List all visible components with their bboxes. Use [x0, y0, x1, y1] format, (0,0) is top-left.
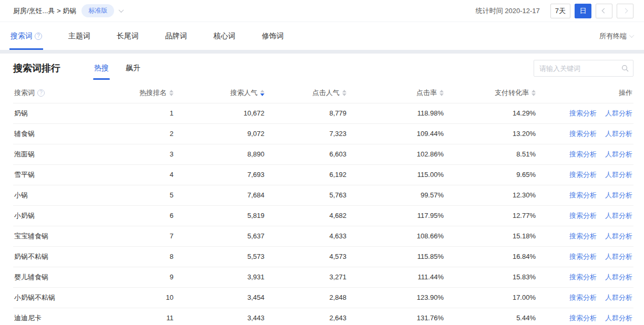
tab-label: 品牌词 [165, 32, 187, 41]
search-analysis-link[interactable]: 搜索分析 [569, 109, 597, 117]
search-analysis-link[interactable]: 搜索分析 [569, 150, 597, 158]
help-icon[interactable] [37, 89, 45, 97]
cell-rank: 7 [122, 226, 175, 246]
sort-icon-active[interactable] [260, 90, 264, 96]
help-icon[interactable] [35, 33, 42, 40]
audience-analysis-link[interactable]: 人群分析 [605, 314, 632, 322]
cell-pay-conversion: 5.44% [445, 308, 537, 325]
range-7d-button[interactable]: 7天 [550, 4, 570, 18]
audience-analysis-link[interactable]: 人群分析 [605, 232, 632, 240]
cell-keyword: 泡面锅 [13, 144, 122, 164]
section-divider [0, 50, 644, 54]
keyword-search-input[interactable] [534, 60, 633, 77]
sort-icon[interactable] [439, 90, 444, 96]
col-header-actions: 操作 [537, 83, 633, 103]
search-analysis-link[interactable]: 搜索分析 [569, 293, 597, 301]
audience-analysis-link[interactable]: 人群分析 [605, 130, 632, 138]
cell-search-popularity: 3,454 [175, 287, 265, 308]
col-header-label: 搜索词 [14, 88, 35, 98]
cell-search-popularity: 7,693 [175, 164, 265, 185]
edition-badge: 标准版 [81, 4, 114, 17]
cell-click-popularity: 2,848 [265, 287, 347, 308]
chevron-down-icon[interactable] [119, 7, 124, 13]
cell-click-rate: 115.00% [347, 164, 445, 185]
next-date-button[interactable] [617, 4, 633, 18]
category-breadcrumb[interactable]: 厨房/烹饪...具 > 奶锅 标准版 [13, 4, 123, 17]
sort-icon[interactable] [342, 90, 346, 96]
cell-click-popularity: 3,271 [265, 267, 347, 287]
subtab-rising[interactable]: 飙升 [125, 60, 141, 76]
col-header-label: 操作 [619, 89, 632, 97]
tab-label: 主题词 [68, 32, 90, 41]
sort-icon[interactable] [531, 90, 536, 96]
audience-analysis-link[interactable]: 人群分析 [605, 273, 632, 281]
col-header-label: 点击率 [416, 88, 437, 98]
col-header-label: 热搜排名 [139, 88, 167, 98]
table-row: 小锅57,6845,76399.57%12.30%搜索分析人群分析 [13, 185, 633, 205]
cell-click-rate: 123.90% [347, 287, 445, 308]
prev-date-button[interactable] [596, 4, 612, 18]
audience-analysis-link[interactable]: 人群分析 [605, 150, 632, 158]
search-analysis-link[interactable]: 搜索分析 [569, 273, 597, 281]
cell-click-rate: 109.44% [347, 123, 445, 144]
search-analysis-link[interactable]: 搜索分析 [569, 232, 597, 240]
audience-analysis-link[interactable]: 人群分析 [605, 109, 632, 117]
cell-pay-conversion: 15.83% [445, 267, 537, 287]
audience-analysis-link[interactable]: 人群分析 [605, 212, 632, 219]
cell-rank: 1 [122, 103, 175, 123]
col-header-click-rate[interactable]: 点击率 [347, 83, 445, 103]
sort-icon[interactable] [169, 90, 173, 96]
search-analysis-link[interactable]: 搜索分析 [569, 314, 597, 322]
col-header-search-popularity[interactable]: 搜索人气 [175, 83, 265, 103]
search-analysis-link[interactable]: 搜索分析 [569, 171, 597, 179]
tab-longtail-words[interactable]: 长尾词 [116, 22, 140, 50]
cell-keyword: 辅食锅 [13, 123, 122, 144]
page-title: 搜索词排行 [13, 62, 60, 75]
table-row: 迪迪尼卡113,4432,643131.76%5.44%搜索分析人群分析 [13, 308, 633, 325]
cell-pay-conversion: 8.51% [445, 144, 537, 164]
search-analysis-link[interactable]: 搜索分析 [569, 191, 597, 199]
search-analysis-link[interactable]: 搜索分析 [569, 130, 597, 138]
tab-core-words[interactable]: 核心词 [212, 22, 237, 50]
cell-click-popularity: 6,192 [265, 164, 347, 185]
tab-brand-words[interactable]: 品牌词 [164, 22, 188, 50]
cell-actions: 搜索分析人群分析 [537, 287, 633, 308]
search-analysis-link[interactable]: 搜索分析 [569, 212, 597, 219]
cell-actions: 搜索分析人群分析 [537, 103, 633, 123]
col-header-rank[interactable]: 热搜排名 [122, 83, 175, 103]
table-row: 婴儿辅食锅93,9313,271111.44%15.83%搜索分析人群分析 [13, 267, 633, 287]
cell-keyword: 小奶锅不粘锅 [13, 287, 122, 308]
cell-rank: 5 [122, 185, 175, 205]
col-header-click-popularity[interactable]: 点击人气 [265, 83, 347, 103]
tab-topic-words[interactable]: 主题词 [67, 22, 91, 50]
cell-search-popularity: 5,637 [175, 226, 265, 246]
tab-label: 核心词 [213, 32, 236, 41]
col-header-pay-conversion[interactable]: 支付转化率 [445, 83, 537, 103]
cell-click-popularity: 2,643 [265, 308, 347, 325]
tab-search-words[interactable]: 搜索词 [9, 22, 43, 50]
tab-label: 搜索词 [11, 32, 33, 41]
cell-keyword: 奶锅 [13, 103, 122, 123]
cell-click-popularity: 5,763 [265, 185, 347, 205]
cell-keyword: 奶锅不粘锅 [13, 246, 122, 267]
cell-click-rate: 118.98% [347, 103, 445, 123]
range-day-button[interactable]: 日 [575, 4, 591, 18]
subtab-hot[interactable]: 热搜 [93, 60, 110, 76]
cell-actions: 搜索分析人群分析 [537, 267, 633, 287]
audience-analysis-link[interactable]: 人群分析 [605, 191, 632, 199]
topbar-right: 统计时间 2020-12-17 7天 日 [476, 4, 633, 18]
audience-analysis-link[interactable]: 人群分析 [605, 253, 632, 260]
cell-rank: 6 [122, 205, 175, 226]
table-row: 泡面锅38,8906,603102.86%8.51%搜索分析人群分析 [13, 144, 633, 164]
terminal-label: 所有终端 [599, 32, 627, 41]
cell-click-rate: 115.85% [347, 246, 445, 267]
chevron-left-icon [601, 8, 607, 14]
search-analysis-link[interactable]: 搜索分析 [569, 253, 597, 260]
tab-modifier-words[interactable]: 修饰词 [261, 22, 285, 50]
cell-actions: 搜索分析人群分析 [537, 226, 633, 246]
search-icon[interactable] [621, 65, 629, 72]
audience-analysis-link[interactable]: 人群分析 [605, 171, 632, 179]
audience-analysis-link[interactable]: 人群分析 [605, 293, 632, 301]
table-row: 宝宝辅食锅75,6374,633108.66%15.18%搜索分析人群分析 [13, 226, 633, 246]
terminal-selector[interactable]: 所有终端 [599, 22, 633, 50]
